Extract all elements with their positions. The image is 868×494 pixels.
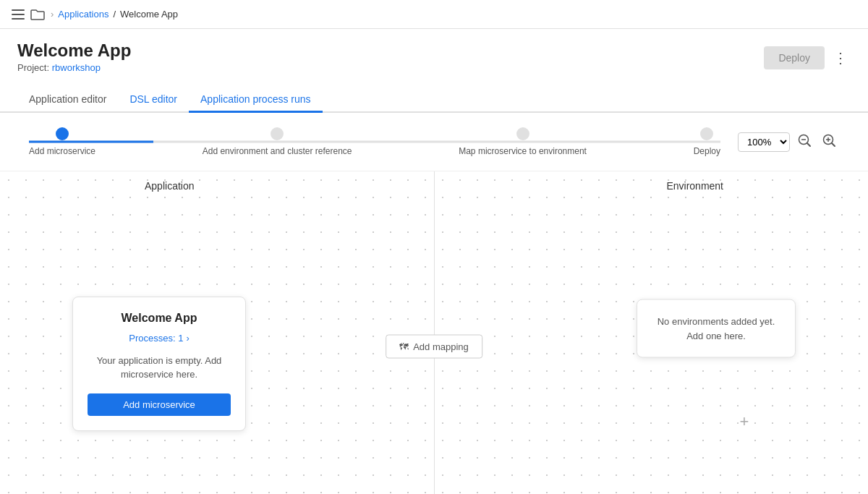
- page-header-right: Deploy ⋮: [764, 46, 851, 69]
- tab-application-editor[interactable]: Application editor: [17, 88, 118, 113]
- step-label-2: Add environment and cluster reference: [203, 146, 352, 156]
- stepper-steps: Add microservice Add environment and clu…: [29, 127, 720, 156]
- add-mapping-label: Add mapping: [413, 341, 469, 352]
- canvas-divider: [434, 171, 435, 494]
- env-msg-line2: Add one here.: [686, 330, 746, 341]
- app-card: Welcome App Processes: 1 › Your applicat…: [72, 297, 246, 431]
- zoom-out-button[interactable]: [794, 132, 814, 153]
- environment-card: No environments added yet. Add one here.: [637, 299, 796, 358]
- topbar: › Applications / Welcome App: [0, 0, 868, 29]
- breadcrumb: › Applications / Welcome App: [51, 9, 178, 20]
- hamburger-icon[interactable]: [12, 9, 25, 20]
- project-prefix: Project:: [17, 62, 49, 73]
- project-line: Project: rbworkshop: [17, 62, 131, 73]
- zoom-in-button[interactable]: [819, 132, 839, 153]
- env-msg-line1: No environments added yet.: [658, 316, 775, 327]
- project-link[interactable]: rbworkshop: [52, 62, 101, 73]
- breadcrumb-current: Welcome App: [120, 9, 178, 20]
- step-label-4: Deploy: [694, 146, 720, 156]
- canvas-area: Application Environment 🗺 Add mapping We…: [0, 171, 868, 494]
- add-microservice-button[interactable]: Add microservice: [88, 393, 231, 416]
- add-mapping-icon: 🗺: [399, 341, 409, 352]
- deploy-button[interactable]: Deploy: [764, 46, 825, 69]
- zoom-controls: 100% 75% 50% 125% 150%: [738, 132, 839, 153]
- folder-icon[interactable]: [30, 9, 45, 20]
- env-card-message: No environments added yet. Add one here.: [652, 315, 780, 343]
- step-dot-2: [271, 127, 284, 140]
- svg-rect-2: [12, 18, 25, 20]
- application-section-header: Application: [145, 180, 195, 192]
- svg-rect-0: [12, 9, 25, 11]
- page-title: Welcome App: [17, 41, 131, 61]
- stepper-step-map-microservice[interactable]: Map microservice to environment: [459, 127, 587, 156]
- zoom-select[interactable]: 100% 75% 50% 125% 150%: [738, 132, 790, 152]
- svg-line-9: [832, 143, 835, 146]
- stepper-inner: Add microservice Add environment and clu…: [29, 127, 720, 156]
- stepper-step-deploy[interactable]: Deploy: [694, 127, 720, 156]
- breadcrumb-separator: /: [113, 9, 116, 20]
- svg-rect-1: [12, 14, 25, 15]
- processes-label: Processes: 1: [129, 333, 183, 344]
- step-dot-1: [56, 127, 69, 140]
- tab-dsl-editor[interactable]: DSL editor: [118, 88, 189, 113]
- more-options-button[interactable]: ⋮: [830, 48, 851, 68]
- stepper-step-add-microservice[interactable]: Add microservice: [29, 127, 95, 156]
- add-mapping-button[interactable]: 🗺 Add mapping: [386, 334, 482, 358]
- app-empty-message: Your application is empty. Add microserv…: [88, 354, 231, 382]
- step-dot-4: [700, 127, 713, 140]
- chevron-right-icon: ›: [51, 9, 54, 20]
- app-card-title: Welcome App: [88, 312, 231, 325]
- applications-link[interactable]: Applications: [58, 9, 109, 20]
- add-environment-plus-button[interactable]: +: [733, 410, 756, 433]
- stepper-step-add-environment[interactable]: Add environment and cluster reference: [203, 127, 352, 156]
- page-header: Welcome App Project: rbworkshop Deploy ⋮: [0, 29, 868, 73]
- processes-link[interactable]: Processes: 1 ›: [129, 333, 190, 344]
- tab-application-process-runs[interactable]: Application process runs: [189, 88, 323, 113]
- step-label-1: Add microservice: [29, 146, 95, 156]
- stepper-container: Add microservice Add environment and clu…: [0, 113, 868, 171]
- page-header-left: Welcome App Project: rbworkshop: [17, 41, 131, 73]
- svg-line-5: [807, 143, 810, 146]
- environment-section-header: Environment: [666, 180, 723, 192]
- processes-chevron-icon: ›: [186, 333, 189, 344]
- tabs: Application editor DSL editor Applicatio…: [0, 79, 868, 113]
- step-dot-3: [516, 127, 529, 140]
- step-label-3: Map microservice to environment: [459, 146, 587, 156]
